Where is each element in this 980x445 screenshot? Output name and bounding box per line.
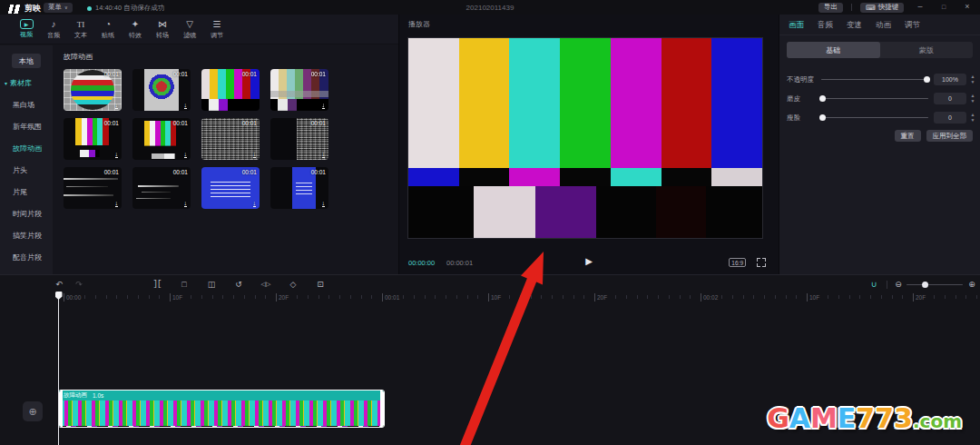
reset-button[interactable]: 重置 xyxy=(895,130,921,142)
close-button[interactable]: × xyxy=(960,1,975,13)
stepper-arrows[interactable]: ▲▼ xyxy=(969,73,976,85)
download-icon[interactable]: ↓ xyxy=(322,151,326,158)
sidebar-item-new-year[interactable]: 新年氛围 xyxy=(0,115,53,137)
timeline-clip[interactable]: 故障动画 1.0s xyxy=(58,390,385,428)
undo-icon[interactable]: ↶ xyxy=(53,279,65,290)
tab-sticker[interactable]: ◔ 贴纸 xyxy=(94,15,122,44)
download-icon[interactable]: ↓ xyxy=(184,200,188,207)
tab-animation[interactable]: 动画 xyxy=(876,20,891,31)
media-item[interactable]: 00:01 ↓ xyxy=(64,167,122,209)
aspect-ratio-button[interactable]: 16:9 xyxy=(729,258,746,267)
media-item[interactable]: 00:01 ↓ xyxy=(201,118,260,160)
tab-adjust[interactable]: ☰ 调节 xyxy=(203,15,230,44)
freeze-frame-icon[interactable]: ◫ xyxy=(205,279,218,290)
sidebar-item-material-library[interactable]: ▾ 素材库 xyxy=(0,72,53,94)
duration-badge: 00:01 xyxy=(104,169,119,175)
delete-icon[interactable]: □ xyxy=(178,279,191,290)
redo-icon[interactable]: ↷ xyxy=(73,279,85,290)
media-item[interactable]: 00:01 xyxy=(201,69,260,111)
fullscreen-icon[interactable] xyxy=(757,258,766,267)
media-item[interactable]: 00:01 ↓ xyxy=(201,167,260,209)
slim-face-value[interactable]: 0 xyxy=(934,112,966,124)
tab-audio-settings[interactable]: 音频 xyxy=(818,20,833,31)
zoom-in-icon[interactable]: ⊕ xyxy=(965,279,978,290)
media-item[interactable]: 00:01 ↓ xyxy=(132,167,191,209)
video-icon: ▶ xyxy=(20,19,34,29)
media-grid: 00:01 ↓ 00:01 ↓ 00:01 00:01 ↓ xyxy=(64,69,398,209)
reverse-icon[interactable]: ↺ xyxy=(232,279,245,290)
sidebar-item-intro[interactable]: 片头 xyxy=(0,159,53,181)
capcut-window: 剪映 菜单 ∨ 14:40:40 自动保存成功 202102011439 导出 … xyxy=(0,0,980,445)
rotate-icon[interactable]: ◇ xyxy=(287,279,299,290)
tab-audio[interactable]: ♪ 音频 xyxy=(40,15,67,44)
clip-trim-handle-right[interactable] xyxy=(380,391,384,427)
duration-badge: 00:01 xyxy=(173,71,188,77)
tab-text[interactable]: TI 文本 xyxy=(67,15,94,44)
slider-handle[interactable] xyxy=(819,114,826,121)
media-item[interactable]: 00:01 ↓ xyxy=(132,69,191,111)
time-ruler[interactable]: 00:00 10F 20F 00:01 10F 20F 00:02 10F 20… xyxy=(0,292,980,304)
divider xyxy=(779,35,980,35)
sidebar-item-dubbing-clips[interactable]: 配音片段 xyxy=(0,246,53,268)
stepper-arrows[interactable]: ▲▼ xyxy=(969,92,976,104)
zoom-out-icon[interactable]: ⊖ xyxy=(892,279,905,290)
opacity-value[interactable]: 100% xyxy=(934,74,966,85)
download-icon[interactable]: ↓ xyxy=(322,102,326,109)
player-panel-title: 播放器 xyxy=(408,19,430,29)
subtab-mask[interactable]: 蒙版 xyxy=(880,42,974,58)
split-icon[interactable]: ][ xyxy=(151,279,163,290)
clip-filmstrip xyxy=(59,400,384,426)
download-icon[interactable]: ↓ xyxy=(115,151,119,158)
media-item[interactable]: 00:01 ↓ xyxy=(270,118,328,160)
tab-effects[interactable]: ✦ 特效 xyxy=(122,15,149,44)
smooth-skin-slider[interactable] xyxy=(821,98,928,100)
crop-icon[interactable]: ⊡ xyxy=(314,279,327,290)
tab-picture[interactable]: 画面 xyxy=(789,20,804,31)
media-item[interactable]: 00:01 ↓ xyxy=(64,118,122,160)
apply-to-all-button[interactable]: 应用到全部 xyxy=(926,130,974,142)
media-item[interactable]: 00:01 ↓ xyxy=(64,69,122,111)
tab-video[interactable]: ▶ 视频 xyxy=(13,15,40,44)
slider-handle[interactable] xyxy=(924,76,930,83)
subtab-basic[interactable]: 基础 xyxy=(787,42,880,58)
media-item[interactable]: 00:01 ↓ xyxy=(270,69,328,111)
play-button[interactable]: ▶ xyxy=(585,256,593,266)
sidebar-item-black-white[interactable]: 黑白场 xyxy=(0,94,53,115)
tab-adjustment[interactable]: 调节 xyxy=(905,20,920,31)
timeline-zoom-slider[interactable] xyxy=(906,284,963,286)
tab-speed[interactable]: 变速 xyxy=(847,20,862,31)
duration-badge: 00:01 xyxy=(242,71,257,77)
sidebar-item-glitch-animation[interactable]: 故障动画 xyxy=(0,137,53,159)
download-icon[interactable]: ↓ xyxy=(322,200,326,207)
download-icon[interactable]: ↓ xyxy=(184,151,188,158)
sidebar-item-outro[interactable]: 片尾 xyxy=(0,181,53,203)
download-icon[interactable]: ↓ xyxy=(115,200,119,207)
media-item[interactable]: 00:01 ↓ xyxy=(270,167,328,209)
download-icon[interactable]: ↓ xyxy=(184,102,188,109)
add-media-button[interactable]: ⊕ xyxy=(23,401,43,421)
playhead[interactable] xyxy=(58,292,59,445)
snap-magnet-icon[interactable]: ∪ xyxy=(867,279,880,290)
tab-transition[interactable]: ⋈ 转场 xyxy=(149,15,176,44)
opacity-slider[interactable] xyxy=(821,79,928,81)
sidebar-item-funny-clips[interactable]: 搞笑片段 xyxy=(0,224,53,246)
download-icon[interactable]: ↓ xyxy=(253,151,257,158)
stepper-arrows[interactable]: ▲▼ xyxy=(969,111,976,124)
export-button[interactable]: 导出 xyxy=(818,3,843,13)
slim-face-slider[interactable] xyxy=(821,117,928,119)
smooth-skin-value[interactable]: 0 xyxy=(934,93,966,104)
adjust-icon: ☰ xyxy=(213,19,221,30)
maximize-button[interactable]: □ xyxy=(936,1,951,13)
clip-trim-handle-left[interactable] xyxy=(59,391,63,427)
tab-filter[interactable]: ▽ 滤镜 xyxy=(176,15,203,44)
shortcuts-button[interactable]: ⌨ 快捷键 xyxy=(860,3,904,13)
mirror-icon[interactable]: ◁▷ xyxy=(260,279,272,290)
media-item[interactable]: 00:01 ↓ xyxy=(132,118,191,160)
download-icon[interactable]: ↓ xyxy=(253,200,257,207)
slider-handle[interactable] xyxy=(922,282,928,288)
slider-handle[interactable] xyxy=(819,95,826,102)
sidebar-item-time-clips[interactable]: 时间片段 xyxy=(0,203,53,224)
sidebar-item-local[interactable]: 本地 xyxy=(0,50,53,72)
minimize-button[interactable]: – xyxy=(913,1,927,13)
download-icon[interactable]: ↓ xyxy=(115,102,119,109)
